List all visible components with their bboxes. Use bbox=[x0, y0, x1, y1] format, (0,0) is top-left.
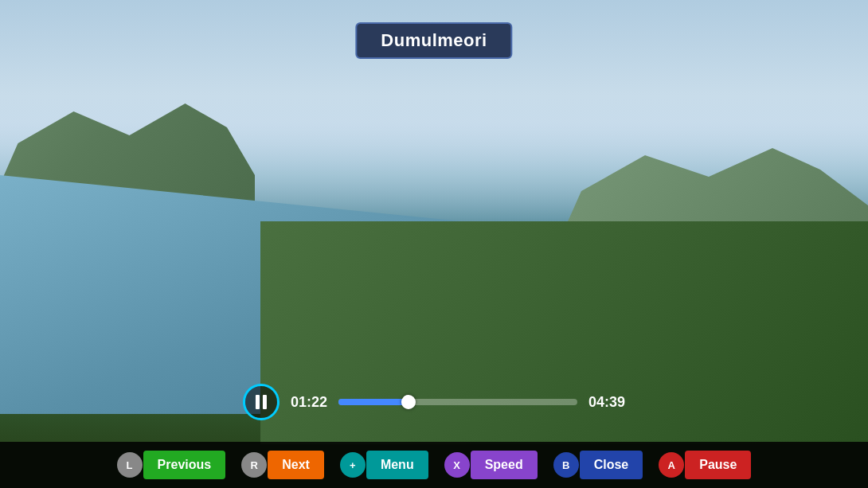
pause-button[interactable] bbox=[243, 384, 280, 420]
controller-badge-r: R bbox=[241, 452, 267, 478]
nav-item-pause: APause bbox=[659, 451, 751, 479]
controller-badge-+: + bbox=[340, 452, 366, 478]
next-button[interactable]: Next bbox=[268, 451, 324, 479]
total-time: 04:39 bbox=[588, 394, 625, 411]
previous-button[interactable]: Previous bbox=[143, 451, 226, 479]
controller-badge-l: L bbox=[117, 452, 143, 478]
close-button[interactable]: Close bbox=[580, 451, 643, 479]
controller-badge-b: B bbox=[553, 452, 579, 478]
progress-thumb bbox=[401, 395, 416, 409]
nav-bar: LPreviousRNext+MenuXSpeedBCloseAPause bbox=[0, 442, 868, 488]
player-controls: 01:22 04:39 bbox=[243, 384, 625, 420]
pause-icon bbox=[256, 395, 267, 409]
nav-item-previous: LPrevious bbox=[117, 451, 226, 479]
pause-button[interactable]: Pause bbox=[685, 451, 751, 479]
menu-button[interactable]: Menu bbox=[366, 451, 428, 479]
nav-item-close: BClose bbox=[553, 451, 643, 479]
title-box: Dumulmeori bbox=[355, 22, 512, 59]
controller-badge-x: X bbox=[444, 452, 470, 478]
video-title: Dumulmeori bbox=[381, 30, 487, 50]
nav-item-menu: +Menu bbox=[340, 451, 428, 479]
speed-button[interactable]: Speed bbox=[471, 451, 538, 479]
current-time: 01:22 bbox=[291, 394, 327, 411]
controller-badge-a: A bbox=[659, 452, 684, 478]
nav-item-speed: XSpeed bbox=[444, 451, 538, 479]
progress-bar[interactable] bbox=[338, 399, 577, 405]
nav-item-next: RNext bbox=[241, 451, 324, 479]
progress-fill bbox=[338, 399, 409, 405]
pause-bar-left bbox=[256, 395, 260, 409]
pause-bar-right bbox=[263, 395, 267, 409]
